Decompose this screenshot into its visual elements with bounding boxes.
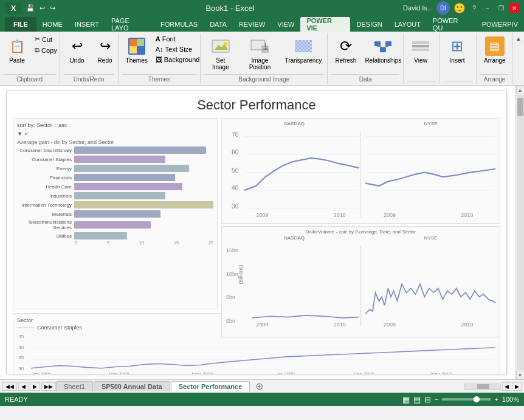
line-chart-volume: DollarVolume - calc by Exchange, Date, a…	[221, 226, 500, 338]
ribbon-collapse[interactable]: ▲	[513, 33, 524, 84]
background-button[interactable]: 🖼 Background	[153, 55, 203, 64]
themes-content: Themes A Font A↕ Text Size 🖼 Background	[122, 34, 203, 73]
scrollbar-track[interactable]	[517, 95, 524, 370]
zoom-plus[interactable]: +	[494, 396, 498, 403]
restore-button[interactable]: ❐	[496, 3, 506, 13]
sheet-tab-sector-performance[interactable]: Sector Performance	[171, 381, 250, 391]
tab-file[interactable]: FILE	[5, 17, 36, 32]
arrange-button[interactable]: ▤ Arrange	[480, 34, 509, 66]
tab-next-button[interactable]: ▶	[30, 382, 40, 391]
scroll-down-arrow[interactable]: ▼	[516, 371, 525, 379]
user-avatar: DI	[436, 1, 450, 15]
undo-ribbon-button[interactable]: ↩ Undo	[64, 34, 91, 66]
tab-power-query[interactable]: POWER QU	[427, 17, 476, 32]
view-button[interactable]: View	[407, 34, 434, 66]
bar-chart-row: Health Care	[17, 183, 213, 190]
zoom-minus[interactable]: −	[435, 396, 438, 403]
tab-scroll-right[interactable]: ▶	[512, 382, 522, 391]
insert-icon: ⊞	[447, 36, 467, 56]
volume-chart-headers: NASDAQ NYSE	[224, 235, 497, 241]
redo-ribbon-button[interactable]: ↪ Redo	[92, 34, 119, 66]
scrollbar-thumb[interactable]	[517, 98, 523, 116]
copy-icon: ⧉	[35, 46, 40, 54]
transparency-button[interactable]: Transparency	[283, 34, 323, 66]
svg-text:Nov 2009: Nov 2009	[431, 371, 452, 374]
zoom-slider[interactable]	[442, 398, 491, 401]
ribbon: 📋 Paste ✂ Cut ⧉ Copy Clipboard ↩ Undo	[0, 32, 524, 86]
close-button[interactable]: ✕	[509, 3, 519, 13]
themes-group: Themes A Font A↕ Text Size 🖼 Background …	[119, 33, 201, 84]
minimize-button[interactable]: −	[483, 3, 492, 13]
set-image-icon	[211, 36, 230, 56]
sheet-tab-sheet1[interactable]: Sheet1	[56, 381, 93, 391]
save-button[interactable]: 💾	[24, 3, 36, 13]
cut-button[interactable]: ✂ Cut	[32, 34, 60, 44]
image-position-button[interactable]: Image Position	[238, 34, 281, 73]
vertical-scrollbar[interactable]: ▲ ▼	[515, 86, 524, 379]
quick-access-toolbar: 💾 ↩ ↪	[24, 3, 57, 13]
font-button[interactable]: A Font	[153, 34, 203, 44]
set-image-button[interactable]: Set Image	[204, 34, 236, 73]
tab-formulas[interactable]: FORMULAS	[154, 17, 204, 32]
normal-view-icon[interactable]: ▦	[402, 395, 410, 404]
page-layout-icon[interactable]: ▤	[413, 395, 421, 404]
dashboard: Sector Performance sort by: Sector = asc…	[6, 91, 507, 374]
add-sheet-button[interactable]: ⊕	[250, 379, 268, 393]
svg-line-20	[377, 46, 383, 47]
svg-text:30: 30	[18, 366, 24, 371]
tab-view[interactable]: VIEW	[271, 17, 300, 32]
bar-chart-row: Utilities	[17, 232, 213, 239]
zoom-level: 100%	[502, 396, 519, 403]
title-bar-left: X 💾 ↩ ↪	[5, 2, 57, 14]
tab-thumb[interactable]	[477, 384, 489, 389]
redo-button[interactable]: ↪	[48, 3, 57, 13]
svg-text:2009: 2009	[384, 322, 396, 326]
scroll-up-arrow[interactable]: ▲	[516, 86, 525, 94]
undo-redo-group: ↩ Undo ↪ Redo Undo/Redo	[60, 33, 119, 84]
tab-page-layout[interactable]: PAGE LAYO	[105, 17, 154, 32]
tab-track[interactable]	[464, 384, 501, 390]
bar-chart-row: Consumer Staples	[17, 156, 213, 163]
themes-button[interactable]: Themes	[122, 34, 151, 66]
svg-rect-24	[412, 49, 429, 51]
paste-button[interactable]: 📋 Paste	[4, 34, 30, 66]
refresh-button[interactable]: ⟳ Refresh	[331, 34, 360, 66]
clipboard-content: 📋 Paste ✂ Cut ⧉ Copy	[4, 34, 60, 73]
svg-rect-18	[385, 41, 391, 46]
tab-review[interactable]: REVIEW	[233, 17, 271, 32]
bar-chart-row: Telecommunications Services	[17, 219, 213, 230]
refresh-icon: ⟳	[336, 36, 356, 56]
image-position-icon	[250, 36, 269, 56]
sheet-tab-sp500[interactable]: SP500 Annual Data	[94, 381, 170, 391]
undo-button[interactable]: ↩	[38, 3, 47, 13]
svg-text:70: 70	[232, 131, 239, 138]
text-size-button[interactable]: A↕ Text Size	[153, 44, 203, 54]
zoom-thumb[interactable]	[474, 396, 480, 402]
tab-prev-button[interactable]: ◀◀	[2, 382, 17, 391]
tab-first-button[interactable]: ◀	[18, 382, 29, 391]
tab-design[interactable]: DESIGN	[350, 17, 388, 32]
tab-home[interactable]: HOME	[36, 17, 69, 32]
help-button[interactable]: ?	[469, 3, 479, 13]
tab-scroll-left[interactable]: ◀	[502, 382, 511, 391]
tab-insert[interactable]: INSERT	[69, 17, 105, 32]
page-break-icon[interactable]: ⊟	[424, 395, 431, 404]
svg-rect-5	[212, 40, 229, 52]
legend-label: Consumer Staples	[37, 325, 82, 331]
view-group: View	[404, 33, 440, 84]
tab-layout[interactable]: LAYOUT	[388, 17, 427, 32]
svg-text:2010: 2010	[333, 212, 345, 217]
tab-scrollbar: ◀ ▶	[464, 382, 524, 391]
tab-powerpivot[interactable]: POWERPIV	[476, 17, 524, 32]
arrange-icon: ▤	[485, 36, 505, 56]
tab-power-view[interactable]: POWER VIE	[300, 17, 350, 32]
font-background-buttons: A Font A↕ Text Size 🖼 Background	[153, 34, 203, 64]
relationships-button[interactable]: Relationships	[361, 34, 405, 66]
paste-icon: 📋	[7, 36, 27, 56]
copy-button[interactable]: ⧉ Copy	[32, 45, 60, 55]
tab-last-button[interactable]: ▶▶	[41, 382, 56, 391]
insert-button[interactable]: ⊞ Insert	[444, 34, 471, 66]
bar-x-axis: 05101520	[17, 241, 213, 245]
filter-icon[interactable]: ▼ 🗸	[17, 131, 29, 137]
tab-data[interactable]: DATA	[204, 17, 233, 32]
